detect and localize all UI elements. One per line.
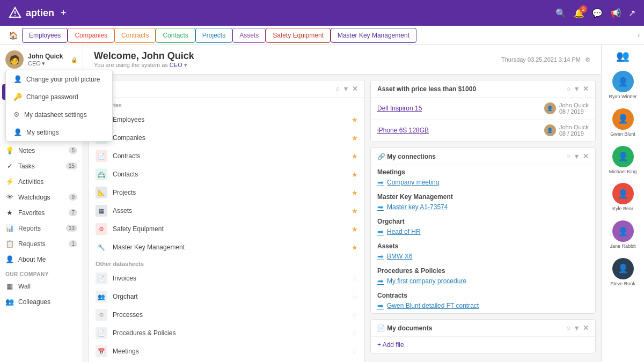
contact-ryan-winner[interactable]: 👤 Ryan Winner xyxy=(602,67,644,104)
dropdown-item-change-password[interactable]: 🔑 Change password xyxy=(83,88,112,106)
sidebar-item-notes[interactable]: 💡 Notes 5 xyxy=(0,143,83,158)
tab-projects[interactable]: Projects xyxy=(195,28,232,43)
broadcast-icon[interactable]: 📢 xyxy=(610,8,621,18)
conn-link[interactable]: ➡Master key A1-73574 xyxy=(377,203,589,211)
asset-link[interactable]: Dell Inspiron 15 xyxy=(377,105,544,112)
fav-item-companies[interactable]: 🏢 Companies ★ xyxy=(89,129,364,147)
notifications-icon[interactable]: 🔔 2 xyxy=(574,8,584,18)
sidebar-count: 1 xyxy=(69,240,77,247)
conn-close-icon[interactable]: ✕ xyxy=(583,152,589,160)
fav-star-icon[interactable]: ★ xyxy=(352,134,358,142)
other-item-procedures-&-policies[interactable]: 📄 Procedures & Policies ☆ xyxy=(89,324,364,342)
conn-link[interactable]: ➡BMW X6 xyxy=(377,252,589,261)
fav-other-label: Other datasheets xyxy=(89,256,364,269)
conn-arrow-icon: ➡ xyxy=(377,203,384,211)
doc-chevron-icon[interactable]: ▾ xyxy=(575,324,579,332)
fav-star-icon[interactable]: ★ xyxy=(352,189,358,197)
asset-chevron-icon[interactable]: ▾ xyxy=(575,85,579,93)
other-star-icon[interactable]: ☆ xyxy=(352,348,358,356)
contact-jane-rabbit[interactable]: 👤 Jane Rabbit xyxy=(602,216,644,254)
conn-link[interactable]: ➡Head of HR xyxy=(377,227,589,236)
sidebar-item-activities[interactable]: ⚡ Activities xyxy=(0,174,83,189)
doc-circle-icon[interactable]: ○ xyxy=(566,324,570,332)
sidebar-item-favorites[interactable]: ★ Favorites 7 xyxy=(0,205,83,220)
asset-link[interactable]: iPhone 6S 128GB xyxy=(377,127,544,134)
fav-item-master-key-management[interactable]: 🔧 Master Key Management ★ xyxy=(89,238,364,256)
fav-star-icon[interactable]: ★ xyxy=(352,152,358,160)
fav-item-assets[interactable]: ▦ Assets ★ xyxy=(89,202,364,220)
sidebar-item-tasks[interactable]: ✓ Tasks 15 xyxy=(0,158,83,174)
fav-chevron-icon[interactable]: ▾ xyxy=(344,85,348,93)
contact-gwen-blunt[interactable]: 👤 Gwen Blunt xyxy=(602,104,644,142)
other-item-processes[interactable]: ⚙ Processes ☆ xyxy=(89,306,364,324)
other-item-invoices[interactable]: 📄 Invoices ☆ xyxy=(89,269,364,287)
tab-assets[interactable]: Assets xyxy=(232,28,266,43)
sidebar-item-watchdogs[interactable]: 👁 Watchdogs 9 xyxy=(0,189,83,205)
fav-close-icon[interactable]: ✕ xyxy=(352,85,358,93)
doc-close-icon[interactable]: ✕ xyxy=(583,324,589,332)
add-button[interactable]: + xyxy=(61,8,67,19)
conn-link[interactable]: ➡Gwen Blunt detailed FT contract xyxy=(377,301,589,310)
other-star-icon[interactable]: ☆ xyxy=(352,293,358,301)
other-star-icon[interactable]: ☆ xyxy=(352,329,358,337)
tab-contracts[interactable]: Contracts xyxy=(114,28,156,43)
sidebar-user[interactable]: 🧑 John Quick CEO ▾ 🔒 xyxy=(0,45,83,72)
tab-employees[interactable]: Employees xyxy=(22,28,68,43)
notification-badge: 2 xyxy=(580,5,587,13)
dropdown-item-my-settings[interactable]: 👤 My settings xyxy=(83,123,112,141)
chat-icon[interactable]: 💬 xyxy=(592,8,603,18)
asset-title: Asset with price less than $1000 xyxy=(377,85,476,93)
fav-item-contacts[interactable]: 📇 Contacts ★ xyxy=(89,165,364,183)
add-file-button[interactable]: + Add file xyxy=(371,337,595,353)
asset-avatar: 👤 xyxy=(544,102,556,114)
fav-item-projects[interactable]: 📐 Projects ★ xyxy=(89,183,364,202)
contact-kyle-bear[interactable]: 👤 Kyle Bear xyxy=(602,179,644,216)
fav-star-icon[interactable]: ★ xyxy=(352,243,358,252)
documents-title: My documents xyxy=(387,324,432,332)
sidebar-item-requests[interactable]: 📋 Requests 1 xyxy=(0,236,83,252)
user-name: John Quick xyxy=(28,53,67,60)
fav-star-icon[interactable]: ★ xyxy=(352,207,358,215)
other-item-orgchart[interactable]: 👥 Orgchart ☆ xyxy=(89,287,364,306)
dropdown-item-change-your-profil-picture[interactable]: 👤 Change your profil picture xyxy=(83,70,112,88)
conn-section-title: Master Key Management xyxy=(377,193,589,201)
fav-star-icon[interactable]: ★ xyxy=(352,225,358,233)
sidebar-item-colleagues[interactable]: 👥 Colleagues xyxy=(0,294,83,309)
role-link[interactable]: CEO xyxy=(170,62,182,68)
nav-chevron-icon[interactable]: › xyxy=(638,31,640,39)
asset-user: 👤 John Quick08 / 2019 xyxy=(544,124,589,137)
conn-chevron-icon[interactable]: ▾ xyxy=(575,152,579,160)
contact-michael-king[interactable]: 👤 Michael King xyxy=(602,142,644,179)
asset-circle-icon[interactable]: ○ xyxy=(566,85,570,93)
settings-icon[interactable]: ⚙ xyxy=(585,56,590,63)
home-icon[interactable]: 🏠 xyxy=(4,29,22,42)
tab-contacts[interactable]: Contacts xyxy=(156,28,195,43)
sidebar-item-about-me[interactable]: 👤 About Me xyxy=(0,252,83,267)
dropdown-item-my-datasheet-settings[interactable]: ⚙ My datasheet settings xyxy=(83,106,112,123)
sidebar-item-wall[interactable]: ▦ Wall xyxy=(0,278,83,294)
fav-item-contracts[interactable]: 📄 Contracts ★ xyxy=(89,147,364,165)
sidebar-item-reports[interactable]: 📊 Reports 13 xyxy=(0,220,83,236)
fav-item-safety-equipment[interactable]: ⚙ Safety Equipment ★ xyxy=(89,220,364,238)
fav-circle-icon[interactable]: ○ xyxy=(335,85,340,93)
other-item-meetings[interactable]: 📅 Meetings ☆ xyxy=(89,342,364,360)
search-icon[interactable]: 🔍 xyxy=(555,8,566,18)
contact-name: Steve Rook xyxy=(610,281,635,287)
app-logo[interactable]: aptien xyxy=(9,6,54,19)
expand-icon[interactable]: ↗ xyxy=(628,8,635,18)
tab-master-key[interactable]: Master Key Management xyxy=(331,28,416,43)
fav-item-employees[interactable]: 👥 Employees ★ xyxy=(89,110,364,129)
asset-user: 👤 John Quick08 / 2019 xyxy=(544,102,589,115)
other-star-icon[interactable]: ☆ xyxy=(352,275,358,283)
conn-circle-icon[interactable]: ○ xyxy=(566,152,570,160)
conn-link[interactable]: ➡Company meeting xyxy=(377,178,589,187)
fav-star-icon[interactable]: ★ xyxy=(352,116,358,124)
conn-link[interactable]: ➡My first company procedure xyxy=(377,277,589,285)
contact-steve-rook[interactable]: 👤 Steve Rook xyxy=(602,254,644,291)
sidebar-count: 13 xyxy=(66,225,77,232)
asset-close-icon[interactable]: ✕ xyxy=(583,85,589,93)
tab-safety[interactable]: Safety Equipment xyxy=(266,28,331,43)
other-star-icon[interactable]: ☆ xyxy=(352,311,358,319)
tab-companies[interactable]: Companies xyxy=(68,28,114,43)
fav-star-icon[interactable]: ★ xyxy=(352,171,358,179)
